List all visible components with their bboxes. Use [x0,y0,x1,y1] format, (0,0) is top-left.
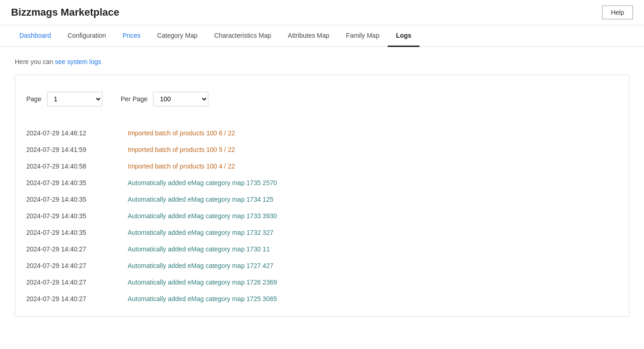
log-message: Automatically added eMag category map 17… [128,245,618,253]
log-timestamp: 2024-07-29 14:40:35 [26,179,128,186]
page-label: Page [26,95,41,103]
log-row: 2024-07-29 14:40:27Automatically added e… [26,291,618,307]
log-timestamp: 2024-07-29 14:40:27 [26,279,128,286]
main-content: Here you can see system logs Page 1 2 3 … [0,47,644,328]
log-row: 2024-07-29 14:40:27Automatically added e… [26,241,618,257]
log-row: 2024-07-29 14:40:35Automatically added e… [26,224,618,241]
log-list: 2024-07-29 14:46:12Imported batch of pro… [26,125,618,307]
log-row: 2024-07-29 14:41:59Imported batch of pro… [26,141,618,158]
log-timestamp: 2024-07-29 14:40:35 [26,229,128,236]
log-row: 2024-07-29 14:40:27Automatically added e… [26,257,618,274]
log-message: Imported batch of products 100 6 / 22 [128,129,618,137]
nav-item-family-map[interactable]: Family Map [338,25,388,47]
app-title: Bizzmags Marketplace [11,6,119,18]
per-page-control-group: Per Page 100 50 25 [121,92,208,106]
per-page-label: Per Page [121,95,148,103]
log-timestamp: 2024-07-29 14:40:27 [26,245,128,253]
log-message: Automatically added eMag category map 17… [128,295,618,302]
log-message: Automatically added eMag category map 17… [128,262,618,269]
page-select[interactable]: 1 2 3 [47,92,102,106]
log-timestamp: 2024-07-29 14:40:27 [26,295,128,302]
nav-item-prices[interactable]: Prices [114,25,149,47]
log-row: 2024-07-29 14:40:27Automatically added e… [26,274,618,291]
nav-item-attributes-map[interactable]: Attributes Map [279,25,337,47]
nav-item-category-map[interactable]: Category Map [149,25,206,47]
page-description: Here you can see system logs [15,58,629,65]
controls-bar: Page 1 2 3 Per Page 100 50 25 [26,84,618,116]
log-timestamp: 2024-07-29 14:46:12 [26,129,128,137]
log-timestamp: 2024-07-29 14:40:35 [26,212,128,220]
log-row: 2024-07-29 14:40:35Automatically added e… [26,208,618,224]
log-message: Automatically added eMag category map 17… [128,279,618,286]
nav-item-logs[interactable]: Logs [388,25,419,47]
log-timestamp: 2024-07-29 14:40:35 [26,196,128,203]
log-message: Imported batch of products 100 5 / 22 [128,146,618,153]
description-link: see system logs [55,58,101,65]
page-control-group: Page 1 2 3 [26,92,102,106]
help-button[interactable]: Help [602,6,633,19]
log-timestamp: 2024-07-29 14:40:27 [26,262,128,269]
log-message: Automatically added eMag category map 17… [128,179,618,186]
description-prefix: Here you can [15,58,55,65]
log-timestamp: 2024-07-29 14:40:58 [26,163,128,170]
log-message: Automatically added eMag category map 17… [128,229,618,236]
log-message: Automatically added eMag category map 17… [128,196,618,203]
log-row: 2024-07-29 14:40:58Imported batch of pro… [26,158,618,174]
nav-item-characteristics-map[interactable]: Characteristics Map [206,25,280,47]
log-row: 2024-07-29 14:46:12Imported batch of pro… [26,125,618,141]
log-timestamp: 2024-07-29 14:41:59 [26,146,128,153]
log-message: Automatically added eMag category map 17… [128,212,618,220]
nav-item-configuration[interactable]: Configuration [59,25,114,47]
logs-container: Page 1 2 3 Per Page 100 50 25 2024-07-29… [15,75,629,317]
log-message: Imported batch of products 100 4 / 22 [128,163,618,170]
nav-item-dashboard[interactable]: Dashboard [11,25,59,47]
main-nav: DashboardConfigurationPricesCategory Map… [0,25,644,47]
log-row: 2024-07-29 14:40:35Automatically added e… [26,174,618,191]
log-row: 2024-07-29 14:40:35Automatically added e… [26,191,618,208]
app-header: Bizzmags Marketplace Help [0,0,644,25]
per-page-select[interactable]: 100 50 25 [153,92,208,106]
